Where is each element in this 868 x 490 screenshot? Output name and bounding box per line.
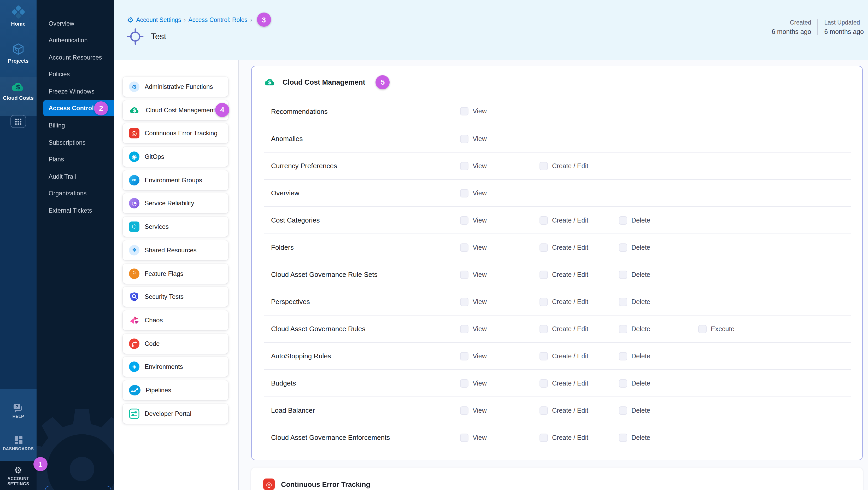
list-item-chaos[interactable]: Chaos <box>123 310 228 330</box>
gear-icon: ⚙ <box>127 16 133 23</box>
gear-watermark-icon: ⚙ <box>36 390 114 490</box>
delete-checkbox[interactable] <box>619 352 627 360</box>
gear-icon: ⚙ <box>14 466 23 475</box>
execute-checkbox[interactable] <box>698 325 707 333</box>
rail-item-label: Cloud Costs <box>3 95 34 101</box>
apps-grid-button[interactable] <box>10 115 26 128</box>
sidebar-bottom-widget[interactable] <box>45 486 111 490</box>
view-checkbox[interactable] <box>460 379 468 387</box>
svg-text:$: $ <box>16 83 20 91</box>
rail-item-help[interactable]: ? HELP <box>0 403 36 420</box>
list-item-cloud-cost-management[interactable]: $ Cloud Cost Management 4 <box>123 100 228 120</box>
chaos-icon <box>129 315 140 326</box>
sidebar-item-account-resources[interactable]: Account Resources <box>36 49 114 65</box>
list-item-environment-groups[interactable]: ∞ Environment Groups <box>123 170 228 190</box>
create-edit-checkbox[interactable] <box>539 379 548 387</box>
sidebar-item-billing[interactable]: Billing <box>36 117 114 133</box>
create-edit-checkbox[interactable] <box>539 433 548 442</box>
create-edit-checkbox[interactable] <box>539 243 548 251</box>
create-edit-checkbox[interactable] <box>539 406 548 415</box>
annotation-badge-2: 2 <box>94 101 108 115</box>
delete-checkbox[interactable] <box>619 406 627 415</box>
view-checkbox[interactable] <box>460 270 468 279</box>
delete-checkbox[interactable] <box>619 270 627 279</box>
create-edit-checkbox[interactable] <box>539 352 548 360</box>
permission-row-overview: Overview View <box>264 179 851 206</box>
delete-checkbox[interactable] <box>619 325 627 333</box>
cloud-cost-management-icon: $ <box>264 77 276 87</box>
create-edit-checkbox[interactable] <box>539 216 548 224</box>
view-checkbox[interactable] <box>460 433 468 442</box>
sidebar-item-audit-trail[interactable]: Audit Trail <box>36 169 114 184</box>
sidebar-item-plans[interactable]: Plans <box>36 152 114 167</box>
rail-item-dashboards[interactable]: DASHBOARDS <box>0 435 36 452</box>
panel-header: $ Cloud Cost Management 5 <box>252 66 862 98</box>
sidebar-item-freeze-windows[interactable]: Freeze Windows <box>36 83 114 99</box>
last-updated-value: 6 months ago <box>825 28 864 36</box>
permission-row-budgets: Budgets View Create / Edit Delete <box>264 369 851 397</box>
sidebar-item-subscriptions[interactable]: Subscriptions <box>36 134 114 150</box>
sidebar-item-access-control[interactable]: Access Control 2 <box>43 100 114 116</box>
last-updated-label: Last Updated <box>825 19 864 27</box>
rail-item-label: Home <box>11 21 26 27</box>
pipelines-icon <box>129 385 141 395</box>
view-checkbox[interactable] <box>460 162 468 170</box>
breadcrumb-link-account-settings[interactable]: Account Settings <box>136 17 181 23</box>
view-checkbox[interactable] <box>460 216 468 224</box>
sidebar-item-authentication[interactable]: Authentication <box>36 32 114 48</box>
view-checkbox[interactable] <box>460 107 468 116</box>
create-edit-checkbox[interactable] <box>539 162 548 170</box>
sidebar-item-overview[interactable]: Overview <box>36 16 114 31</box>
list-item-gitops[interactable]: ◉ GitOps <box>123 147 228 166</box>
view-checkbox[interactable] <box>460 189 468 197</box>
permission-row-load-balancer: Load Balancer View Create / Edit Delete <box>264 397 851 424</box>
delete-checkbox[interactable] <box>619 433 627 442</box>
view-checkbox[interactable] <box>460 243 468 251</box>
sidebar-item-organizations[interactable]: Organizations <box>36 185 114 201</box>
permission-row-currency-preferences: Currency Preferences View Create / Edit <box>264 152 851 179</box>
list-item-security-tests[interactable]: Security Tests <box>123 287 228 307</box>
sidebar-item-policies[interactable]: Policies <box>36 66 114 82</box>
list-item-environments[interactable]: ◈ Environments <box>123 357 228 377</box>
rail-item-account-settings[interactable]: ⚙ ACCOUNT SETTINGS <box>0 466 36 487</box>
svg-text:$: $ <box>268 79 272 85</box>
view-checkbox[interactable] <box>460 406 468 415</box>
permission-row-perspectives: Perspectives View Create / Edit Delete <box>264 288 851 315</box>
list-item-code[interactable]: Code <box>123 334 228 354</box>
permission-row-anomalies: Anomalies View <box>264 125 851 152</box>
create-edit-checkbox[interactable] <box>539 270 548 279</box>
list-item-continuous-error-tracking[interactable]: ◎ Continuous Error Tracking <box>123 124 228 144</box>
list-item-feature-flags[interactable]: ⚐ Feature Flags <box>123 264 228 283</box>
view-checkbox[interactable] <box>460 325 468 333</box>
view-checkbox[interactable] <box>460 352 468 360</box>
dashboards-grid-icon <box>13 435 23 445</box>
list-item-service-reliability[interactable]: ◔ Service Reliability <box>123 193 228 213</box>
rail-item-cloud-costs[interactable]: $ Cloud Costs <box>0 81 36 101</box>
created-block: Created 6 months ago <box>772 19 811 36</box>
breadcrumb-link-access-control-roles[interactable]: Access Control: Roles <box>188 17 247 23</box>
rail-item-home[interactable]: Home <box>0 5 36 27</box>
rail-item-projects[interactable]: Projects <box>0 42 36 64</box>
list-item-developer-portal[interactable]: Developer Portal <box>123 403 228 423</box>
delete-checkbox[interactable] <box>619 243 627 251</box>
list-item-shared-resources[interactable]: ❖ Shared Resources <box>123 240 228 260</box>
shared-resources-icon: ❖ <box>129 245 140 255</box>
create-edit-checkbox[interactable] <box>539 298 548 306</box>
cloud-costs-icon: $ <box>10 81 26 93</box>
delete-checkbox[interactable] <box>619 298 627 306</box>
feature-flags-icon: ⚐ <box>129 268 140 279</box>
list-item-administrative-functions[interactable]: ⚙ Administrative Functions <box>123 77 228 97</box>
view-checkbox[interactable] <box>460 298 468 306</box>
list-item-services[interactable]: ⬡ Services <box>123 217 228 237</box>
panel-title: Continuous Error Tracking <box>281 480 370 488</box>
create-edit-checkbox[interactable] <box>539 325 548 333</box>
rail-item-label: HELP <box>12 414 24 420</box>
delete-checkbox[interactable] <box>619 379 627 387</box>
app-window: Home Projects $ Clo <box>0 0 868 490</box>
projects-cube-icon <box>11 42 25 56</box>
admin-functions-icon: ⚙ <box>129 82 140 92</box>
view-checkbox[interactable] <box>460 134 468 143</box>
sidebar-item-external-tickets[interactable]: External Tickets <box>36 203 114 218</box>
list-item-pipelines[interactable]: Pipelines <box>123 380 228 400</box>
delete-checkbox[interactable] <box>619 216 627 224</box>
